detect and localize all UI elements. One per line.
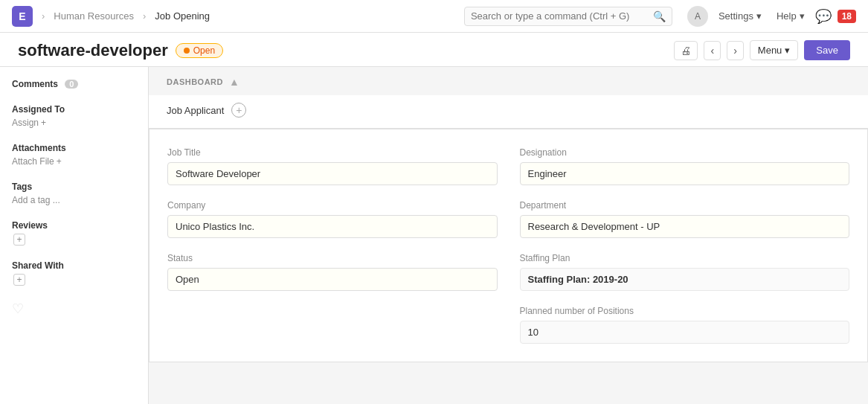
company-input[interactable] [167, 215, 498, 238]
chevron-down-icon: ▾ [785, 45, 790, 56]
topbar: E › Human Resources › Job Opening 🔍 A Se… [0, 0, 868, 33]
applicant-row: Job Applicant + [149, 95, 868, 129]
search-input[interactable] [471, 10, 649, 22]
assign-button[interactable]: Assign + [12, 118, 136, 128]
designation-label: Designation [520, 147, 850, 158]
assigned-to-label: Assigned To [12, 104, 136, 115]
form-section: Job Title Designation Company Department [149, 129, 868, 362]
menu-button[interactable]: Menu ▾ [750, 40, 799, 60]
attachments-label: Attachments [12, 143, 136, 153]
sidebar-reviews-section: Reviews + [12, 220, 136, 246]
status-input[interactable] [167, 268, 498, 291]
designation-input[interactable] [520, 162, 850, 185]
user-avatar: A [687, 6, 708, 27]
save-button[interactable]: Save [804, 40, 850, 60]
page-actions: 🖨 ‹ › Menu ▾ Save [674, 40, 850, 60]
collapse-icon[interactable]: ▲ [229, 76, 239, 88]
plus-icon: + [41, 118, 46, 128]
status-badge: Open [176, 43, 223, 58]
comments-count: 0 [65, 80, 78, 89]
company-label: Company [167, 200, 498, 211]
status-dot [184, 48, 190, 54]
page-title-row: software-developer Open [18, 41, 223, 60]
staffing-plan-field: Staffing Plan Staffing Plan: 2019-20 [520, 253, 850, 291]
designation-field: Designation [520, 147, 850, 185]
job-title-field: Job Title [167, 147, 498, 185]
dashboard-header: DASHBOARD ▲ [149, 67, 868, 95]
add-applicant-button[interactable]: + [231, 103, 246, 118]
staffing-plan-value: Staffing Plan: 2019-20 [520, 268, 850, 291]
empty-cell [167, 306, 498, 344]
breadcrumb-job-opening[interactable]: Job Opening [155, 10, 210, 22]
attach-file-button[interactable]: Attach File + [12, 156, 136, 167]
add-review-button[interactable]: + [13, 234, 25, 246]
settings-button[interactable]: Settings ▾ [714, 7, 766, 25]
sidebar-comments-section: Comments 0 [12, 79, 136, 89]
add-shared-button[interactable]: + [13, 274, 25, 286]
chat-icon[interactable]: 💬 [815, 8, 832, 25]
company-field: Company [167, 200, 498, 238]
notification-badge[interactable]: 18 [838, 10, 856, 23]
plus-icon: + [57, 156, 62, 167]
sidebar-tags-section: Tags Add a tag ... [12, 182, 136, 205]
sidebar-shared-section: Shared With + [12, 260, 136, 286]
job-title-input[interactable] [167, 162, 498, 185]
breadcrumb-sep-1: › [42, 10, 45, 22]
planned-positions-value: 10 [520, 321, 850, 344]
main-layout: Comments 0 Assigned To Assign + Attachme… [0, 67, 868, 404]
dashboard-title: DASHBOARD [167, 77, 223, 86]
breadcrumb-human-resources[interactable]: Human Resources [54, 10, 134, 22]
print-button[interactable]: 🖨 [674, 41, 698, 60]
sidebar-assigned-section: Assigned To Assign + [12, 104, 136, 128]
content-area: DASHBOARD ▲ Job Applicant + Job Title De… [149, 67, 868, 404]
planned-positions-field: Planned number of Positions 10 [520, 306, 850, 344]
help-button[interactable]: Help ▾ [772, 7, 809, 25]
staffing-plan-label: Staffing Plan [520, 253, 850, 263]
department-field: Department [520, 200, 850, 238]
favorite-icon[interactable]: ♡ [12, 301, 136, 317]
planned-positions-label: Planned number of Positions [520, 306, 850, 316]
app-logo: E [12, 6, 33, 27]
status-text: Open [193, 45, 215, 56]
sidebar: Comments 0 Assigned To Assign + Attachme… [0, 67, 149, 404]
add-tag-input[interactable]: Add a tag ... [12, 195, 136, 205]
chevron-down-icon: ▾ [800, 10, 805, 22]
reviews-label: Reviews [12, 220, 136, 231]
tags-label: Tags [12, 182, 136, 192]
job-title-label: Job Title [167, 147, 498, 158]
status-label: Status [167, 253, 498, 263]
department-label: Department [520, 200, 850, 211]
breadcrumb-sep-2: › [143, 10, 146, 22]
chevron-down-icon: ▾ [756, 10, 762, 22]
shared-with-label: Shared With [12, 260, 136, 271]
page-title: software-developer [18, 41, 168, 60]
status-field: Status [167, 253, 498, 291]
form-grid: Job Title Designation Company Department [167, 147, 849, 344]
department-input[interactable] [520, 215, 850, 238]
sidebar-attachments-section: Attachments Attach File + [12, 143, 136, 167]
applicant-label: Job Applicant [167, 105, 224, 116]
page-header: software-developer Open 🖨 ‹ › Menu ▾ Sav… [0, 33, 868, 67]
comments-label: Comments 0 [12, 79, 136, 89]
search-icon: 🔍 [653, 10, 666, 22]
prev-button[interactable]: ‹ [704, 41, 721, 60]
next-button[interactable]: › [727, 41, 744, 60]
search-bar[interactable]: 🔍 [464, 7, 672, 26]
